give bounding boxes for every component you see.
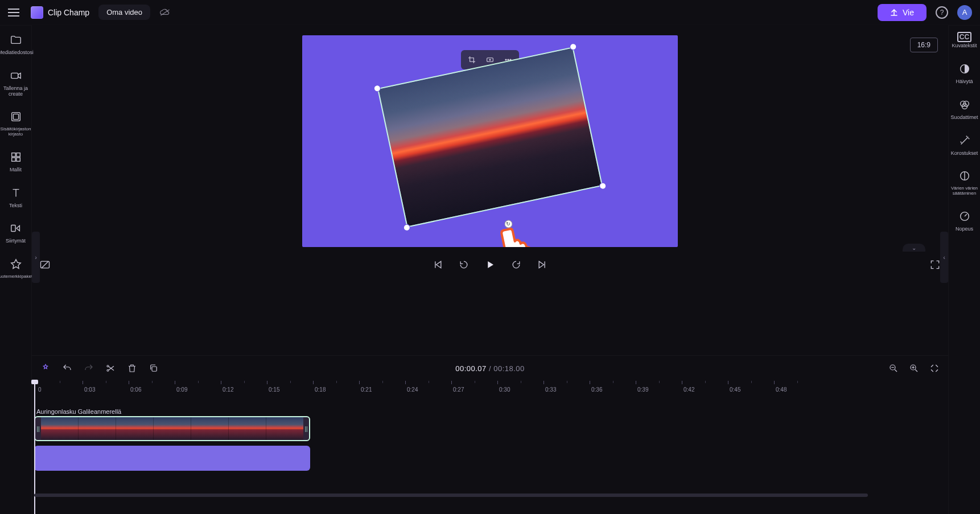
timeline-scrollbar[interactable] bbox=[34, 492, 940, 498]
ruler-label: 0:09 bbox=[176, 386, 187, 393]
sidebar-item-captions[interactable]: CC Kuvatekstit bbox=[949, 32, 981, 50]
svg-point-17 bbox=[107, 369, 109, 371]
sidebar-item-label: Mediatiedostosi bbox=[0, 50, 34, 56]
svg-rect-4 bbox=[11, 153, 15, 157]
fit-timeline-button[interactable] bbox=[929, 363, 940, 374]
speed-icon bbox=[958, 210, 971, 224]
hand-cursor-icon bbox=[491, 222, 537, 247]
sidebar-item-brand[interactable]: Tuotemerkkipaketti bbox=[0, 257, 32, 281]
sidebar-item-text[interactable]: Teksti bbox=[0, 186, 32, 210]
sidebar-item-filters[interactable]: Suodattimet bbox=[949, 97, 981, 122]
ruler-label: 0:21 bbox=[361, 386, 372, 393]
delete-button[interactable] bbox=[126, 363, 138, 374]
svg-rect-1 bbox=[11, 73, 18, 78]
timeline-ruler[interactable]: 00:030:060:090:120:150:180:210:240:270:3… bbox=[34, 381, 948, 394]
project-name-input[interactable]: Oma video bbox=[98, 5, 150, 20]
zoom-out-button[interactable] bbox=[888, 363, 899, 374]
captions-icon: CC bbox=[957, 34, 971, 41]
app-header: Clip Champ Oma video Vie ? A bbox=[0, 0, 980, 25]
redo-button[interactable] bbox=[83, 363, 94, 374]
collapse-timeline-toggle[interactable]: ⌄ bbox=[903, 244, 925, 252]
svg-rect-9 bbox=[487, 58, 493, 62]
ruler-label: 0:06 bbox=[130, 386, 141, 393]
clip-image bbox=[377, 47, 603, 228]
sidebar-item-label: Tallenna ja create bbox=[1, 86, 31, 97]
ruler-label: 0:15 bbox=[269, 386, 279, 393]
ruler-label: 0:30 bbox=[499, 386, 510, 393]
sidebar-item-templates[interactable]: Mallit bbox=[0, 150, 32, 174]
aspect-ratio-button[interactable]: 16:9 bbox=[910, 38, 938, 52]
ruler-label: 0:27 bbox=[453, 386, 464, 393]
skip-start-button[interactable] bbox=[431, 258, 444, 271]
selected-clip[interactable] bbox=[377, 47, 603, 228]
undo-button[interactable] bbox=[61, 363, 73, 374]
sidebar-item-effects[interactable]: Korostukset bbox=[949, 133, 981, 158]
sidebar-item-record[interactable]: Tallenna ja create bbox=[0, 68, 32, 98]
play-button[interactable] bbox=[484, 258, 496, 271]
hamburger-menu-icon[interactable] bbox=[8, 6, 22, 19]
fade-icon bbox=[958, 63, 971, 77]
camera-icon bbox=[10, 69, 22, 84]
text-icon bbox=[10, 187, 22, 201]
ruler-label: 0:36 bbox=[591, 386, 602, 393]
timeline-tracks[interactable]: Auringonlasku Galileanmerellä || || bbox=[32, 394, 948, 514]
clip-thumbnails bbox=[41, 417, 303, 440]
ruler-label: 0 bbox=[38, 386, 42, 393]
transport-bar: ⌄ bbox=[32, 247, 948, 279]
sidebar-item-label: Sisältökirjaston kirjasto bbox=[1, 127, 31, 137]
sidebar-item-label: Tuotemerkkipaketti bbox=[0, 274, 35, 279]
clip-trim-right[interactable]: || bbox=[303, 417, 309, 440]
app-logo: Clip Champ bbox=[31, 6, 89, 19]
svg-line-25 bbox=[915, 369, 917, 372]
cloud-sync-off-icon[interactable] bbox=[159, 9, 171, 17]
svg-point-16 bbox=[107, 365, 109, 367]
resize-handle-bottom-right[interactable] bbox=[599, 183, 606, 190]
split-button[interactable] bbox=[105, 363, 116, 374]
svg-rect-5 bbox=[16, 153, 19, 157]
sidebar-item-fade[interactable]: Häivytä bbox=[949, 61, 981, 86]
scrollbar-thumb[interactable] bbox=[34, 494, 868, 497]
ruler-label: 0:12 bbox=[223, 386, 233, 393]
transitions-icon bbox=[10, 222, 22, 236]
magic-button[interactable] bbox=[40, 363, 51, 374]
help-button[interactable]: ? bbox=[936, 6, 948, 19]
rewind-button[interactable] bbox=[458, 258, 470, 271]
user-avatar[interactable]: A bbox=[957, 5, 972, 20]
sidebar-item-library[interactable]: Sisältökirjaston kirjasto bbox=[0, 109, 32, 138]
sidebar-item-transitions[interactable]: Siirtymät bbox=[0, 221, 32, 245]
folder-icon bbox=[10, 34, 22, 48]
zoom-in-button[interactable] bbox=[908, 363, 920, 374]
right-panel-toggle[interactable]: ‹ bbox=[940, 232, 948, 283]
sidebar-item-label: Teksti bbox=[9, 203, 22, 209]
export-button[interactable]: Vie bbox=[878, 4, 927, 21]
clip-label: Auringonlasku Galileanmerellä bbox=[36, 408, 948, 415]
background-track-clip[interactable] bbox=[34, 446, 310, 471]
sidebar-item-label: Kuvatekstit bbox=[952, 43, 977, 49]
ruler-label: 0:42 bbox=[683, 386, 694, 393]
svg-rect-3 bbox=[13, 114, 18, 120]
color-adjust-icon bbox=[958, 170, 971, 184]
svg-point-10 bbox=[489, 59, 491, 60]
sidebar-item-speed[interactable]: Nopeus bbox=[949, 209, 981, 233]
duplicate-button[interactable] bbox=[148, 363, 159, 374]
sidebar-item-label: Mallit bbox=[10, 167, 22, 173]
preview-stage[interactable] bbox=[302, 35, 678, 247]
skip-end-button[interactable] bbox=[536, 258, 549, 271]
left-sidebar: Mediatiedostosi Tallenna ja create Sisäl… bbox=[0, 25, 32, 514]
ruler-label: 0:33 bbox=[545, 386, 556, 393]
forward-button[interactable] bbox=[510, 258, 522, 271]
app-logo-icon bbox=[31, 6, 43, 19]
svg-rect-18 bbox=[152, 367, 157, 371]
timecode-display: 00:00.07 / 00:18.00 bbox=[455, 364, 525, 373]
sidebar-item-media[interactable]: Mediatiedostosi bbox=[0, 32, 32, 57]
video-track-clip[interactable]: || || bbox=[34, 416, 310, 441]
clip-trim-left[interactable]: || bbox=[35, 417, 41, 440]
sidebar-item-label: Suodattimet bbox=[950, 115, 978, 121]
fullscreen-button[interactable] bbox=[929, 258, 941, 271]
sidebar-item-color[interactable]: Värien värien säätäminen bbox=[949, 168, 981, 197]
library-icon bbox=[10, 110, 22, 125]
effects-icon bbox=[958, 134, 971, 149]
filters-icon bbox=[958, 98, 971, 113]
crop-button[interactable] bbox=[464, 54, 479, 66]
picture-in-picture-off-icon[interactable] bbox=[39, 258, 51, 271]
